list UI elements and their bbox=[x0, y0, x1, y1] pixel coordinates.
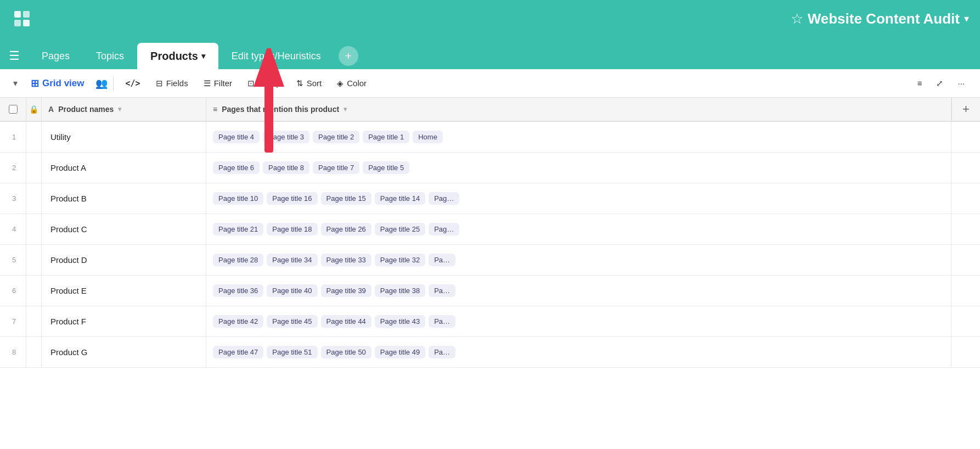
row-height-icon: ≡ bbox=[917, 78, 922, 88]
page-tag[interactable]: Pa… bbox=[429, 315, 455, 328]
col-header-product-names[interactable]: A Product names ▾ bbox=[42, 98, 206, 121]
code-view-button[interactable]: </> bbox=[119, 75, 147, 92]
page-tag[interactable]: Page title 4 bbox=[213, 131, 260, 143]
tab-products[interactable]: Products ▾ bbox=[137, 43, 218, 69]
view-collaborators-icon[interactable]: 👥 bbox=[95, 77, 108, 89]
app-logo[interactable] bbox=[11, 8, 33, 30]
row-number: 6 bbox=[0, 276, 26, 306]
fullscreen-button[interactable]: ⤢ bbox=[930, 75, 950, 92]
page-tag[interactable]: Page title 5 bbox=[363, 161, 409, 174]
page-tag[interactable]: Page title 40 bbox=[267, 284, 317, 297]
page-tag[interactable]: Page title 49 bbox=[375, 346, 425, 358]
table-body: 1UtilityPage title 4Page title 3Page tit… bbox=[0, 122, 980, 449]
page-tag[interactable]: Page title 28 bbox=[213, 254, 263, 266]
product-name-cell[interactable]: Product B bbox=[42, 183, 206, 214]
product-name-cell[interactable]: Product E bbox=[42, 276, 206, 306]
page-tag[interactable]: Page title 51 bbox=[267, 346, 317, 358]
product-name-cell[interactable]: Product D bbox=[42, 245, 206, 275]
page-tag[interactable]: Page title 50 bbox=[321, 346, 371, 358]
table-row: 5Product DPage title 28Page title 34Page… bbox=[0, 245, 980, 276]
page-tag[interactable]: Page title 15 bbox=[321, 192, 371, 205]
view-toggle-arrow-icon[interactable]: ▾ bbox=[9, 75, 22, 92]
pages-cell[interactable]: Page title 42Page title 45Page title 44P… bbox=[206, 306, 951, 336]
page-tag[interactable]: Page title 21 bbox=[213, 223, 263, 235]
tab-edit-types[interactable]: Edit types/Heuristics bbox=[218, 43, 334, 69]
product-name-cell[interactable]: Product A bbox=[42, 153, 206, 183]
page-tag[interactable]: Page title 25 bbox=[375, 223, 425, 235]
page-tag[interactable]: Page title 38 bbox=[375, 284, 425, 297]
page-tag[interactable]: Page title 44 bbox=[321, 315, 371, 328]
grid-view-button[interactable]: ⊞ Grid view bbox=[24, 74, 91, 93]
row-empty-cell bbox=[951, 245, 980, 275]
page-tag[interactable]: Page title 6 bbox=[213, 161, 260, 174]
page-tag[interactable]: Pa… bbox=[429, 346, 455, 358]
toolbar-right: ≡ ⤢ ··· bbox=[911, 75, 971, 92]
page-tag[interactable]: Home bbox=[413, 131, 443, 143]
page-tag[interactable]: Page title 14 bbox=[375, 192, 425, 205]
row-number: 7 bbox=[0, 306, 26, 336]
page-tag[interactable]: Page title 45 bbox=[267, 315, 317, 328]
list-field-icon: ≡ bbox=[213, 105, 217, 114]
page-tag[interactable]: Page title 36 bbox=[213, 284, 263, 297]
group-icon: ⊡ bbox=[247, 78, 255, 88]
page-tag[interactable]: Page title 43 bbox=[375, 315, 425, 328]
pages-cell[interactable]: Page title 28Page title 34Page title 33P… bbox=[206, 245, 951, 275]
page-tag[interactable]: Page title 39 bbox=[321, 284, 371, 297]
row-height-button[interactable]: ≡ bbox=[911, 75, 929, 91]
tab-topics[interactable]: Topics bbox=[83, 43, 137, 69]
sort-button[interactable]: ⇅ Sort bbox=[290, 75, 329, 92]
page-tag[interactable]: Page title 8 bbox=[263, 161, 309, 174]
row-number: 2 bbox=[0, 153, 26, 183]
pages-cell[interactable]: Page title 10Page title 16Page title 15P… bbox=[206, 183, 951, 214]
pages-cell[interactable]: Page title 21Page title 18Page title 26P… bbox=[206, 214, 951, 244]
header-checkbox[interactable] bbox=[0, 98, 26, 121]
color-button[interactable]: ◈ Color bbox=[330, 75, 373, 92]
page-tag[interactable]: Page title 1 bbox=[363, 131, 409, 143]
star-icon[interactable]: ☆ bbox=[791, 10, 803, 27]
product-name-cell[interactable]: Product C bbox=[42, 214, 206, 244]
page-tag[interactable]: Pa… bbox=[429, 254, 455, 266]
page-tag[interactable]: Page title 34 bbox=[267, 254, 317, 266]
table-row: 2Product APage title 6Page title 8Page t… bbox=[0, 153, 980, 183]
product-name-cell[interactable]: Product F bbox=[42, 306, 206, 336]
row-empty-cell bbox=[951, 214, 980, 244]
more-options-button[interactable]: ··· bbox=[951, 75, 971, 91]
row-empty-cell bbox=[951, 122, 980, 152]
page-tag[interactable]: Page title 32 bbox=[375, 254, 425, 266]
hamburger-button[interactable]: ☰ bbox=[9, 43, 20, 69]
text-field-icon: A bbox=[48, 105, 54, 114]
row-lock-space bbox=[26, 214, 42, 244]
pages-cell[interactable]: Page title 47Page title 51Page title 50P… bbox=[206, 337, 951, 367]
col-header-pages[interactable]: ≡ Pages that mention this product ▾ bbox=[206, 98, 951, 121]
pages-cell[interactable]: Page title 4Page title 3Page title 2Page… bbox=[206, 122, 951, 152]
tab-pages[interactable]: Pages bbox=[29, 43, 83, 69]
add-tab-button[interactable]: + bbox=[339, 46, 358, 66]
page-tag[interactable]: Pa… bbox=[429, 284, 455, 297]
pages-cell[interactable]: Page title 6Page title 8Page title 7Page… bbox=[206, 153, 951, 183]
page-tag[interactable]: Page title 10 bbox=[213, 192, 263, 205]
fullscreen-icon: ⤢ bbox=[936, 78, 943, 88]
page-tag[interactable]: Page title 7 bbox=[313, 161, 359, 174]
product-name-cell[interactable]: Utility bbox=[42, 122, 206, 152]
page-tag[interactable]: Pag… bbox=[429, 223, 459, 235]
page-tag[interactable]: Pag… bbox=[429, 192, 459, 205]
fields-button[interactable]: ⊟ Fields bbox=[149, 75, 195, 92]
page-tag[interactable]: Page title 2 bbox=[313, 131, 359, 143]
page-tag[interactable]: Page title 47 bbox=[213, 346, 263, 358]
select-all-checkbox[interactable] bbox=[9, 105, 18, 114]
row-number: 4 bbox=[0, 214, 26, 244]
workspace-chevron-icon[interactable]: ▾ bbox=[964, 13, 969, 25]
page-tag[interactable]: Page title 33 bbox=[321, 254, 371, 266]
page-tag[interactable]: Page title 16 bbox=[267, 192, 317, 205]
group-button[interactable]: ⊡ Group bbox=[241, 75, 288, 92]
toolbar-left: ▾ ⊞ Grid view 👥 </> ⊟ Fields ☰ Filter ⊡ … bbox=[9, 74, 373, 93]
page-tag[interactable]: Page title 18 bbox=[267, 223, 317, 235]
page-tag[interactable]: Page title 42 bbox=[213, 315, 263, 328]
filter-button[interactable]: ☰ Filter bbox=[197, 75, 239, 92]
page-tag[interactable]: Page title 3 bbox=[263, 131, 309, 143]
workspace-title: Website Content Audit bbox=[808, 10, 960, 27]
add-column-button[interactable]: + bbox=[951, 98, 980, 121]
product-name-cell[interactable]: Product G bbox=[42, 337, 206, 367]
pages-cell[interactable]: Page title 36Page title 40Page title 39P… bbox=[206, 276, 951, 306]
page-tag[interactable]: Page title 26 bbox=[321, 223, 371, 235]
